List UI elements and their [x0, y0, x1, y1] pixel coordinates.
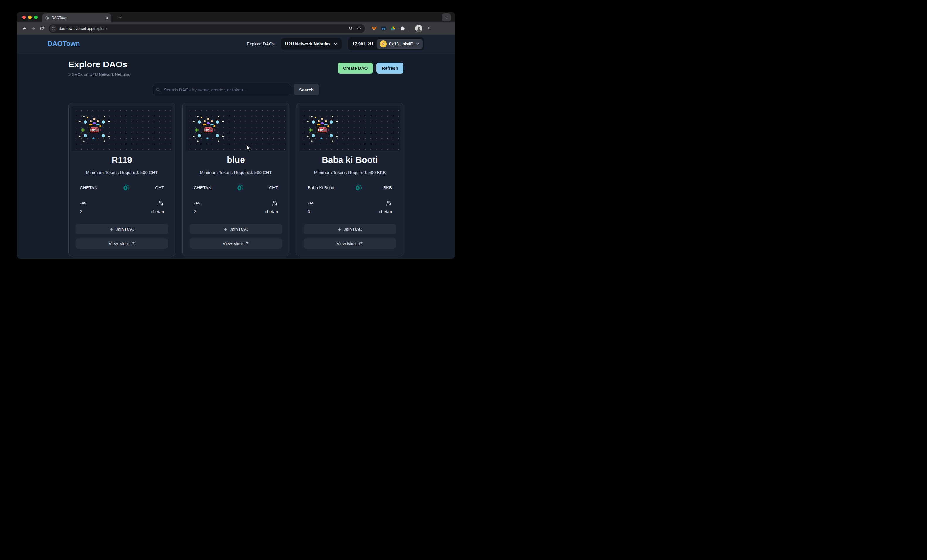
- members-group-icon: [194, 200, 200, 206]
- view-more-label: View More: [337, 241, 357, 246]
- zoom-out-page-icon[interactable]: [348, 26, 353, 31]
- view-more-button[interactable]: View More: [190, 238, 282, 249]
- close-tab-icon[interactable]: [105, 17, 108, 20]
- members-row: 2 chetan: [80, 200, 164, 214]
- url-path: /explore: [93, 26, 106, 31]
- extensions-puzzle-icon[interactable]: [400, 26, 405, 31]
- close-window-button[interactable]: [22, 15, 26, 19]
- nav-explore-daos[interactable]: Explore DAOs: [247, 41, 275, 46]
- mouse-cursor: [246, 145, 251, 152]
- toolbar-separator: [410, 26, 410, 31]
- creator-person-lock-icon: [272, 200, 278, 206]
- creator-person-lock-icon: [158, 200, 164, 206]
- search-button[interactable]: Search: [294, 84, 319, 95]
- dao-name: blue: [190, 155, 282, 165]
- join-dao-button[interactable]: Join DAO: [304, 224, 396, 234]
- members-row: 3 chetan: [308, 200, 392, 214]
- plus-icon: [337, 227, 342, 232]
- plus-icon: [223, 227, 228, 232]
- dao-min-tokens: Minimum Tokens Required: 500 BKB: [304, 170, 396, 175]
- page-subtitle: 5 DAOs on U2U Network Nebulas: [68, 72, 130, 77]
- chevron-down-icon: [416, 42, 420, 46]
- maximize-window-button[interactable]: [34, 15, 38, 19]
- network-selector[interactable]: U2U Network Nebulas: [281, 38, 342, 50]
- browser-window: DAOTown dao-town.vercel.app/explore: [17, 12, 455, 259]
- token-coins-icon: [236, 184, 244, 191]
- external-link-icon: [359, 241, 363, 246]
- token-symbol: CHT: [269, 185, 278, 190]
- daotown-logo[interactable]: DAOTown: [47, 40, 80, 48]
- bookmark-star-icon[interactable]: [357, 26, 362, 31]
- members-count: 3: [308, 209, 314, 214]
- token-symbol: CHT: [155, 185, 164, 190]
- refresh-button[interactable]: Refresh: [377, 63, 403, 73]
- view-more-label: View More: [109, 241, 129, 246]
- dao-badge-label: DAO: [90, 128, 99, 132]
- dao-network-illustration: DAO: [306, 114, 339, 144]
- creator-person-lock-icon: [386, 200, 392, 206]
- dao-network-illustration: DAO: [78, 114, 111, 144]
- tab-search-chevron-button[interactable]: [442, 14, 451, 21]
- photoshop-extension-icon[interactable]: Ps: [381, 26, 386, 31]
- dao-network-illustration: DAO: [192, 114, 225, 144]
- dao-card-grid: DAO R119 Minimum Tokens Required: 500 CH…: [68, 103, 403, 256]
- dao-min-tokens: Minimum Tokens Required: 500 CHT: [190, 170, 282, 175]
- dao-name: R119: [76, 155, 168, 165]
- creator-name: chetan: [151, 209, 164, 214]
- back-icon[interactable]: [20, 24, 29, 33]
- minimize-window-button[interactable]: [28, 15, 32, 19]
- dao-card: DAO blue Minimum Tokens Required: 500 CH…: [182, 103, 289, 256]
- wallet-emoji-avatar: [380, 40, 387, 47]
- browser-menu-kebab-icon[interactable]: [427, 26, 431, 31]
- creator-name: chetan: [379, 209, 392, 214]
- members-row: 2 chetan: [194, 200, 278, 214]
- page-title: Explore DAOs: [68, 59, 130, 70]
- wallet-address: 0x13...bb4D: [389, 41, 413, 46]
- search-input[interactable]: [153, 84, 291, 95]
- token-name: Baba Ki Booti: [308, 185, 334, 190]
- dao-badge-label: DAO: [318, 128, 327, 132]
- wallet-balance: 17.98 U2U: [348, 41, 373, 46]
- tab-daotown[interactable]: DAOTown: [42, 14, 111, 22]
- join-dao-label: Join DAO: [230, 227, 248, 232]
- tab-strip: DAOTown: [17, 12, 455, 22]
- search-box: [153, 84, 291, 95]
- external-link-icon: [245, 241, 249, 246]
- svg-text:Ps: Ps: [382, 27, 385, 30]
- globe-favicon-icon: [45, 16, 49, 20]
- network-selector-label: U2U Network Nebulas: [285, 41, 331, 46]
- address-bar[interactable]: dao-town.vercel.app/explore: [49, 24, 365, 33]
- traffic-lights: [22, 15, 38, 19]
- reload-icon[interactable]: [38, 24, 46, 33]
- dao-badge-label: DAO: [204, 128, 213, 132]
- creator-name: chetan: [265, 209, 278, 214]
- site-header: DAOTown Explore DAOs U2U Network Nebulas…: [17, 35, 455, 53]
- view-more-button[interactable]: View More: [304, 238, 396, 249]
- dao-name: Baba ki Booti: [304, 155, 396, 165]
- url-text[interactable]: dao-town.vercel.app/explore: [59, 26, 346, 31]
- token-name: CHETAN: [194, 185, 211, 190]
- metamask-extension-icon[interactable]: [371, 26, 377, 31]
- members-group-icon: [80, 200, 86, 206]
- join-dao-button[interactable]: Join DAO: [190, 224, 282, 234]
- plus-icon: [109, 227, 114, 232]
- page-heading-block: Explore DAOs 5 DAOs on U2U Network Nebul…: [68, 59, 130, 77]
- view-more-button[interactable]: View More: [76, 238, 168, 249]
- members-count: 2: [80, 209, 86, 214]
- dao-card-art: DAO: [299, 106, 400, 151]
- site-settings-icon[interactable]: [50, 25, 56, 32]
- new-tab-button[interactable]: [116, 13, 124, 21]
- token-row: CHETAN CHT: [194, 184, 278, 191]
- token-row: Baba Ki Booti BKB: [308, 184, 392, 191]
- view-more-label: View More: [223, 241, 243, 246]
- chevron-down-icon: [333, 42, 337, 46]
- forward-icon[interactable]: [29, 24, 38, 33]
- token-row: CHETAN CHT: [80, 184, 164, 191]
- google-drive-extension-icon[interactable]: [391, 26, 395, 31]
- profile-avatar[interactable]: [415, 25, 422, 32]
- create-dao-button[interactable]: Create DAO: [338, 63, 373, 73]
- wallet-address-button[interactable]: 0x13...bb4D: [377, 39, 423, 49]
- url-host: dao-town.vercel.app: [59, 26, 93, 31]
- join-dao-button[interactable]: Join DAO: [76, 224, 168, 234]
- extensions-row: Ps: [371, 25, 431, 32]
